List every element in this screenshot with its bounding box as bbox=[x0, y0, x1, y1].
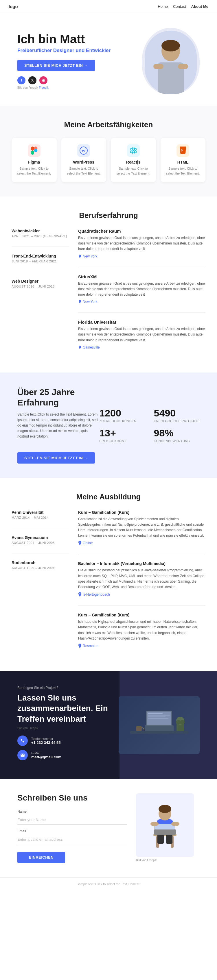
stat-number-0: 1200 bbox=[99, 407, 145, 419]
form-image-side: Bild von Freepik bbox=[136, 793, 199, 862]
submit-button[interactable]: EINREICHEN bbox=[18, 852, 65, 863]
skill-desc-html: Sample text. Click to select the Text El… bbox=[165, 166, 201, 176]
figma-icon bbox=[28, 144, 40, 157]
form-name-label: Name bbox=[18, 810, 127, 813]
education-container: Penn Universität MÄRZ 2014 – MAI 2014 Av… bbox=[11, 510, 206, 657]
exp-left-2: Front-End-Entwicklung JUNI 2018 – FEBRUA… bbox=[11, 254, 69, 263]
edu-school-1: Penn Universität bbox=[11, 510, 69, 515]
form-email-input[interactable] bbox=[18, 835, 127, 844]
logo: logo bbox=[9, 4, 18, 9]
svg-rect-6 bbox=[31, 146, 34, 151]
edu-location-2: 's-Hertogenbosch bbox=[78, 592, 206, 597]
experience-title: Berufserfahrung bbox=[11, 211, 206, 220]
stats-heading: Über 25 Jahre Erfahrung bbox=[18, 387, 99, 408]
hero-cta-button[interactable]: STELLEN SIE MICH JETZT EIN → bbox=[18, 60, 95, 71]
edu-course-1: Kurs – Gamification (Kurs) bbox=[78, 510, 206, 515]
stats-desc: Sample text. Click to select the Text El… bbox=[18, 412, 99, 439]
hero-text: Ich bin Matt Freiberuflicher Designer un… bbox=[18, 33, 110, 89]
svg-rect-5 bbox=[178, 64, 188, 69]
nav-about[interactable]: About Me bbox=[191, 4, 208, 9]
instagram-icon[interactable]: ◉ bbox=[39, 76, 48, 84]
edu-right-2: Bachelor – Informatik (Vertiefung Multim… bbox=[78, 561, 206, 597]
exp-location-2: New York bbox=[78, 300, 206, 304]
svg-text:W: W bbox=[81, 148, 85, 153]
exp-period-3: AUGUST 2016 – JUNI 2018 bbox=[11, 285, 69, 288]
stats-cta-button[interactable]: STELLEN SIE MICH JETZT EIN → bbox=[18, 452, 95, 463]
exp-company-3: Florida Universität bbox=[78, 320, 206, 325]
cta-content: Benötigen Sie ein Projekt? Lassen Sie un… bbox=[18, 686, 110, 764]
contact-info: Telefonnummer +1 232 343 44 55 E-Mail ma… bbox=[18, 735, 110, 760]
svg-point-16 bbox=[132, 150, 134, 151]
phone-icon bbox=[18, 735, 28, 746]
wordpress-icon: W bbox=[77, 144, 90, 157]
exp-desc-1: Bis zu einem gewissen Grad ist es uns ge… bbox=[78, 235, 206, 252]
hero-image bbox=[142, 28, 199, 94]
hero-heading: Ich bin Matt bbox=[18, 33, 110, 46]
svg-rect-40 bbox=[166, 834, 172, 844]
edu-desc-3: Ich habe die Highschool abgeschlossen un… bbox=[78, 619, 206, 641]
nav-contact[interactable]: Contact bbox=[173, 4, 186, 9]
nav-home[interactable]: Home bbox=[158, 4, 168, 9]
form-illustration bbox=[136, 793, 194, 857]
exp-left-3: Web Designer AUGUST 2016 – JUNI 2018 bbox=[11, 279, 69, 288]
stat-item-3: 98% KUNDENBEWERTUNG bbox=[154, 428, 199, 443]
cta-freepik-credit: Bild von Freepik bbox=[18, 727, 110, 730]
stat-item-2: 13+ PREISGEKRÖNT bbox=[99, 428, 145, 443]
exp-location-3: Gainesville bbox=[78, 345, 206, 349]
edu-desc-2: Die Ausbildung bestand hauptsächlich aus… bbox=[78, 568, 206, 590]
stat-number-3: 98% bbox=[154, 428, 199, 439]
exp-role-2: Front-End-Entwicklung bbox=[11, 254, 69, 258]
experience-section: Berufserfahrung Webentwickler APRIL 2021… bbox=[0, 197, 217, 372]
education-right: Kurs – Gamification (Kurs) Gamification … bbox=[78, 510, 206, 657]
twitter-icon[interactable]: 𝕏 bbox=[28, 76, 37, 84]
skill-card-html: 5 HTML Sample text. Click to select the … bbox=[161, 138, 206, 182]
email-icon bbox=[18, 750, 28, 760]
contact-phone-item: Telefonnummer +1 232 343 44 55 bbox=[18, 735, 110, 746]
stat-number-2: 13+ bbox=[99, 428, 145, 439]
edu-desc-1: Gamification ist die Anwendung von Spiel… bbox=[78, 517, 206, 539]
experience-left: Webentwickler APRIL 2021 – 2023 (GEGENWA… bbox=[11, 229, 69, 358]
exp-location-1: New York bbox=[78, 254, 206, 258]
form-name-group: Name bbox=[18, 810, 127, 824]
facebook-icon[interactable]: f bbox=[18, 76, 26, 84]
skills-grid: Figma Sample text. Click to select the T… bbox=[11, 138, 206, 182]
exp-role-1: Webentwickler bbox=[11, 229, 69, 233]
form-name-input[interactable] bbox=[18, 815, 127, 824]
education-title: Meine Ausbildung bbox=[11, 492, 206, 501]
svg-rect-24 bbox=[148, 715, 170, 716]
exp-desc-3: Bis zu einem gewissen Grad ist es uns ge… bbox=[78, 326, 206, 343]
skill-card-wordpress: W WordPress Sample text. Click to select… bbox=[61, 138, 107, 182]
form-title: Schreiben Sie uns bbox=[18, 793, 127, 803]
cta-image-side bbox=[119, 696, 199, 754]
hero-section: Ich bin Matt Freiberuflicher Designer un… bbox=[0, 13, 217, 106]
cta-illustration bbox=[119, 696, 199, 754]
stat-label-0: ZUFRIEDENE KUNDEN bbox=[99, 419, 145, 423]
edu-school-2: Avans Gymnasium bbox=[11, 535, 69, 540]
stat-item-0: 1200 ZUFRIEDENE KUNDEN bbox=[99, 407, 145, 423]
exp-company-2: SiriusXM bbox=[78, 274, 206, 279]
exp-right-1: Quadratischer Raum Bis zu einem gewissen… bbox=[78, 229, 206, 258]
svg-rect-26 bbox=[148, 718, 168, 719]
freepik-link[interactable]: Freepik bbox=[39, 86, 48, 89]
edu-period-2: AUGUST 2004 – JUNI 2008 bbox=[11, 541, 69, 544]
edu-location-3: Rosmalen bbox=[78, 644, 206, 648]
cta-section: Benötigen Sie ein Projekt? Lassen Sie un… bbox=[0, 671, 217, 779]
svg-rect-25 bbox=[148, 716, 166, 717]
contact-email-item: E-Mail matt@gmail.com bbox=[18, 750, 110, 760]
edu-period-1: MÄRZ 2014 – MAI 2014 bbox=[11, 516, 69, 519]
education-section: Meine Ausbildung Penn Universität MÄRZ 2… bbox=[0, 478, 217, 671]
skill-card-react: Reactjs Sample text. Click to select the… bbox=[111, 138, 156, 182]
stats-section: Über 25 Jahre Erfahrung Sample text. Cli… bbox=[0, 372, 217, 478]
form-side: Schreiben Sie uns Name Email EINREICHEN bbox=[18, 793, 127, 863]
svg-point-38 bbox=[158, 805, 171, 813]
edu-left-1: Penn Universität MÄRZ 2014 – MAI 2014 bbox=[11, 510, 69, 519]
skill-name-react: Reactjs bbox=[115, 160, 151, 164]
svg-point-29 bbox=[176, 720, 180, 724]
stat-label-1: ERFOLGREICHE PROJEKTE bbox=[154, 419, 199, 423]
edu-left-3: Rodenborch AUGUST 1999 – JUNI 2004 bbox=[11, 560, 69, 570]
svg-rect-20 bbox=[145, 725, 174, 732]
exp-period-1: APRIL 2021 – 2023 (GEGENWART) bbox=[11, 234, 69, 238]
stats-left: Über 25 Jahre Erfahrung Sample text. Cli… bbox=[18, 387, 99, 463]
stats-grid: 1200 ZUFRIEDENE KUNDEN 5490 ERFOLGREICHE… bbox=[99, 407, 199, 443]
exp-desc-2: Bis zu einem gewissen Grad ist es uns ge… bbox=[78, 281, 206, 298]
